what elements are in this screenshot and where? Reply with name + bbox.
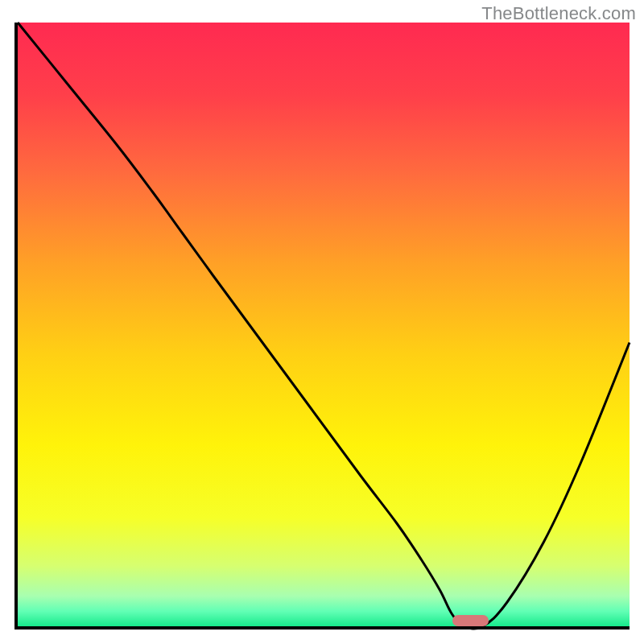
chart-background (18, 23, 630, 626)
chart-svg (18, 23, 630, 626)
plot-area (18, 23, 630, 626)
watermark-label: TheBottleneck.com (481, 3, 636, 24)
target-range-marker (452, 615, 489, 626)
